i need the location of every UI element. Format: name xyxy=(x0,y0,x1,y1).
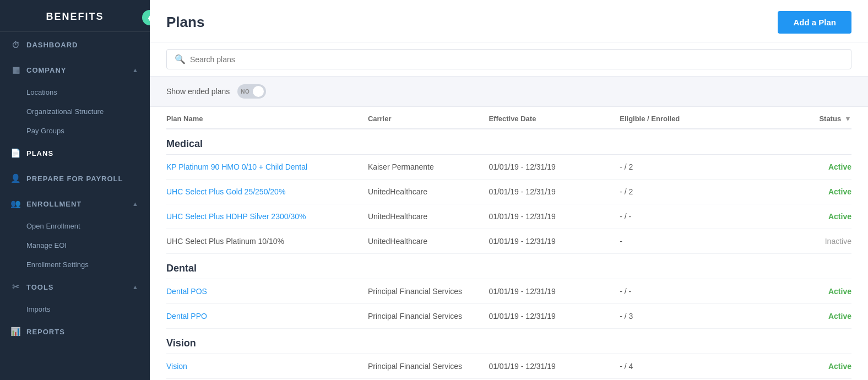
section-medical: Medical xyxy=(166,129,851,155)
status-filter-icon[interactable]: ▼ xyxy=(844,115,851,123)
col-plan-name: Plan Name xyxy=(166,115,368,123)
toggle-knob xyxy=(253,86,264,97)
section-vision: Vision xyxy=(166,329,851,354)
sidebar-item-pay-groups[interactable]: Pay Groups xyxy=(0,121,150,140)
plan-carrier: UnitedHealthcare xyxy=(368,237,489,246)
plan-carrier: UnitedHealthcare xyxy=(368,212,489,221)
plans-table-area: Plan Name Carrier Effective Date Eligibl… xyxy=(150,107,868,380)
col-enrolled: Eligible / Enrolled xyxy=(620,115,751,123)
plan-enrolled: - / 2 xyxy=(620,162,751,171)
plan-date: 01/01/19 - 12/31/19 xyxy=(489,212,620,221)
plan-date: 01/01/19 - 12/31/19 xyxy=(489,162,620,171)
sidebar-item-imports[interactable]: Imports xyxy=(0,300,150,319)
sidebar-logo: BENEFITS xyxy=(0,0,150,32)
plan-enrolled: - / 3 xyxy=(620,312,751,321)
plan-name-link[interactable]: UHC Select Plus HDHP Silver 2300/30% xyxy=(166,212,368,221)
add-plan-button[interactable]: Add a Plan xyxy=(778,11,851,34)
plan-enrolled: - / 2 xyxy=(620,187,751,196)
table-row: KP Platinum 90 HMO 0/10 + Child Dental K… xyxy=(166,155,851,180)
sidebar-item-label: PLANS xyxy=(26,149,53,158)
col-effective-date: Effective Date xyxy=(489,115,620,123)
company-icon: ▦ xyxy=(11,65,21,75)
plan-enrolled: - / 4 xyxy=(620,362,751,371)
payroll-icon: 👤 xyxy=(11,173,21,183)
status-badge: Active xyxy=(751,162,851,171)
plan-enrolled: - xyxy=(620,237,751,246)
page-title: Plans xyxy=(166,14,204,31)
status-badge: Active xyxy=(751,287,851,296)
plan-enrolled: - / - xyxy=(620,287,751,296)
search-icon: 🔍 xyxy=(175,54,186,64)
plan-name-link[interactable]: Dental POS xyxy=(166,287,368,296)
reports-icon: 📊 xyxy=(11,327,21,336)
tools-icon: ✂ xyxy=(11,282,21,292)
sidebar: BENEFITS ❮ ⏱ DASHBOARD ▦ COMPANY ▲ Locat… xyxy=(0,0,150,380)
sidebar-item-label: DASHBOARD xyxy=(26,41,78,49)
status-badge: Active xyxy=(751,212,851,221)
table-row: Dental POS Principal Financial Services … xyxy=(166,279,851,304)
enrollment-icon: 👥 xyxy=(11,199,21,209)
plans-icon: 📄 xyxy=(11,148,21,158)
show-ended-label: Show ended plans xyxy=(166,87,230,96)
plan-date: 01/01/19 - 12/31/19 xyxy=(489,362,620,371)
show-ended-toggle[interactable]: NO xyxy=(237,84,266,99)
sidebar-item-label: TOOLS xyxy=(26,283,54,291)
plan-carrier: UnitedHealthcare xyxy=(368,187,489,196)
col-carrier: Carrier xyxy=(368,115,489,123)
sidebar-item-reports[interactable]: 📊 REPORTS xyxy=(0,319,150,344)
plan-date: 01/01/19 - 12/31/19 xyxy=(489,237,620,246)
chevron-up-icon: ▲ xyxy=(132,67,139,73)
plan-name: UHC Select Plus Platinum 10/10% xyxy=(166,237,368,246)
sidebar-item-plans[interactable]: 📄 PLANS xyxy=(0,140,150,166)
sidebar-item-tools[interactable]: ✂ TOOLS ▲ xyxy=(0,274,150,300)
plan-carrier: Kaiser Permanente xyxy=(368,162,489,171)
sidebar-item-manage-eoi[interactable]: Manage EOI xyxy=(0,236,150,255)
search-bar: 🔍 xyxy=(166,49,851,69)
sidebar-item-enrollment-settings[interactable]: Enrollment Settings xyxy=(0,255,150,274)
plan-carrier: Principal Financial Services xyxy=(368,312,489,321)
plan-date: 01/01/19 - 12/31/19 xyxy=(489,287,620,296)
table-row: Dental PPO Principal Financial Services … xyxy=(166,304,851,329)
table-row: UHC Select Plus Gold 25/250/20% UnitedHe… xyxy=(166,180,851,204)
dashboard-icon: ⏱ xyxy=(11,40,21,50)
plan-name-link[interactable]: KP Platinum 90 HMO 0/10 + Child Dental xyxy=(166,162,368,171)
sidebar-item-open-enrollment[interactable]: Open Enrollment xyxy=(0,216,150,236)
table-row: UHC Select Plus HDHP Silver 2300/30% Uni… xyxy=(166,204,851,229)
plan-name-link[interactable]: UHC Select Plus Gold 25/250/20% xyxy=(166,187,368,196)
plan-enrolled: - / - xyxy=(620,212,751,221)
main-content: Plans Add a Plan 🔍 Show ended plans NO P… xyxy=(150,0,868,380)
page-header: Plans Add a Plan xyxy=(150,0,868,42)
sidebar-item-label: COMPANY xyxy=(26,66,66,74)
plan-date: 01/01/19 - 12/31/19 xyxy=(489,312,620,321)
sidebar-item-label: REPORTS xyxy=(26,328,65,336)
table-row: UHC Select Plus Platinum 10/10% UnitedHe… xyxy=(166,229,851,254)
sidebar-item-prepare-payroll[interactable]: 👤 PREPARE FOR PAYROLL xyxy=(0,166,150,191)
status-badge: Inactive xyxy=(751,237,851,246)
plan-carrier: Principal Financial Services xyxy=(368,362,489,371)
sidebar-item-label: PREPARE FOR PAYROLL xyxy=(26,175,123,183)
plan-carrier: Principal Financial Services xyxy=(368,287,489,296)
section-dental: Dental xyxy=(166,254,851,279)
sidebar-item-dashboard[interactable]: ⏱ DASHBOARD xyxy=(0,32,150,57)
sidebar-item-locations[interactable]: Locations xyxy=(0,83,150,102)
search-input[interactable] xyxy=(190,55,843,64)
col-status: Status ▼ xyxy=(751,115,851,123)
table-header: Plan Name Carrier Effective Date Eligibl… xyxy=(166,107,851,129)
chevron-up-icon: ▲ xyxy=(132,284,139,290)
plan-date: 01/01/19 - 12/31/19 xyxy=(489,187,620,196)
search-toolbar: 🔍 xyxy=(150,42,868,77)
status-badge: Active xyxy=(751,362,851,371)
table-row: Vision Principal Financial Services 01/0… xyxy=(166,354,851,379)
plan-name-link[interactable]: Dental PPO xyxy=(166,312,368,321)
toggle-state-label: NO xyxy=(241,89,249,95)
sidebar-item-enrollment[interactable]: 👥 ENROLLMENT ▲ xyxy=(0,191,150,216)
status-badge: Active xyxy=(751,187,851,196)
sidebar-item-org-structure[interactable]: Organizational Structure xyxy=(0,102,150,121)
sidebar-item-label: ENROLLMENT xyxy=(26,200,82,208)
plan-name-link[interactable]: Vision xyxy=(166,362,368,371)
sidebar-item-company[interactable]: ▦ COMPANY ▲ xyxy=(0,57,150,83)
chevron-up-icon: ▲ xyxy=(132,200,139,207)
status-badge: Active xyxy=(751,312,851,321)
show-ended-toggle-row: Show ended plans NO xyxy=(150,77,868,107)
